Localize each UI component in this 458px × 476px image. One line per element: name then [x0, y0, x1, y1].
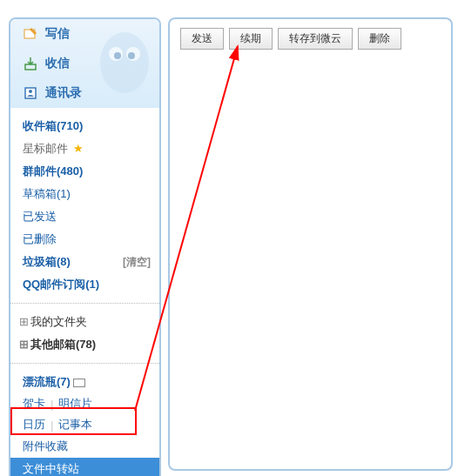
receive-label: 收信	[45, 56, 70, 71]
compose-icon	[23, 26, 38, 42]
extra-row-cal: 日历| 记事本	[10, 414, 159, 435]
star-icon: ★	[73, 142, 84, 155]
extra-file-transfer[interactable]: 文件中转站	[10, 458, 159, 476]
envelope-icon	[73, 379, 85, 387]
tree-my-folders[interactable]: ⊞我的文件夹	[10, 311, 159, 333]
folder-subscription[interactable]: QQ邮件订阅(1)	[10, 273, 159, 296]
contacts-icon	[23, 85, 38, 101]
receive-button[interactable]: 收信	[10, 49, 159, 78]
folder-deleted[interactable]: 已删除	[10, 228, 159, 251]
tree-other-mailbox[interactable]: ⊞其他邮箱(78)	[10, 333, 159, 356]
extra-greeting[interactable]: 贺卡	[23, 396, 45, 412]
contacts-label: 通讯录	[45, 85, 82, 101]
extra-calendar[interactable]: 日历	[23, 417, 45, 432]
compose-button[interactable]: 写信	[10, 19, 159, 49]
folder-section-main: 收件箱(710) 星标邮件 ★ 群邮件(480) 草稿箱(1) 已发送 已删除 …	[10, 108, 159, 304]
extra-notebook[interactable]: 记事本	[58, 417, 92, 432]
folder-section-extras: 漂流瓶(7) 贺卡| 明信片 日历| 记事本 附件收藏 文件中转站 简历BETA…	[10, 364, 159, 476]
folder-drafts[interactable]: 草稿箱(1)	[10, 183, 159, 205]
extra-attachment[interactable]: 附件收藏	[10, 435, 159, 458]
delete-button[interactable]: 删除	[358, 28, 401, 50]
sidebar: 写信 收信 通讯录 收件箱(710) 星标邮件 ★ 群邮件(480) 草稿箱(1…	[9, 17, 161, 476]
main-area: 发送 续期 转存到微云 删除	[168, 17, 453, 471]
send-button[interactable]: 发送	[180, 28, 224, 50]
folder-trash[interactable]: 垃圾箱(8)[清空]	[10, 251, 159, 273]
extra-row-cards: 贺卡| 明信片	[10, 393, 159, 414]
folder-starred[interactable]: 星标邮件 ★	[10, 137, 159, 160]
receive-icon	[23, 56, 38, 71]
contacts-button[interactable]: 通讯录	[10, 78, 159, 108]
folder-inbox[interactable]: 收件箱(710)	[10, 115, 159, 137]
renew-button[interactable]: 续期	[229, 28, 273, 50]
compose-label: 写信	[45, 26, 70, 42]
folder-section-tree: ⊞我的文件夹 ⊞其他邮箱(78)	[10, 304, 159, 364]
trash-clear-link[interactable]: [清空]	[123, 253, 151, 271]
sidebar-top-section: 写信 收信 通讯录	[10, 19, 159, 108]
folder-sent[interactable]: 已发送	[10, 205, 159, 228]
save-cloud-button[interactable]: 转存到微云	[278, 28, 353, 50]
tree-toggle-icon: ⊞	[19, 315, 29, 328]
folder-group[interactable]: 群邮件(480)	[10, 160, 159, 183]
toolbar: 发送 续期 转存到微云 删除	[170, 19, 451, 58]
tree-toggle-icon: ⊞	[19, 338, 29, 351]
svg-point-8	[29, 90, 32, 93]
extra-postcard[interactable]: 明信片	[58, 396, 92, 412]
extra-bottle[interactable]: 漂流瓶(7)	[10, 371, 159, 393]
